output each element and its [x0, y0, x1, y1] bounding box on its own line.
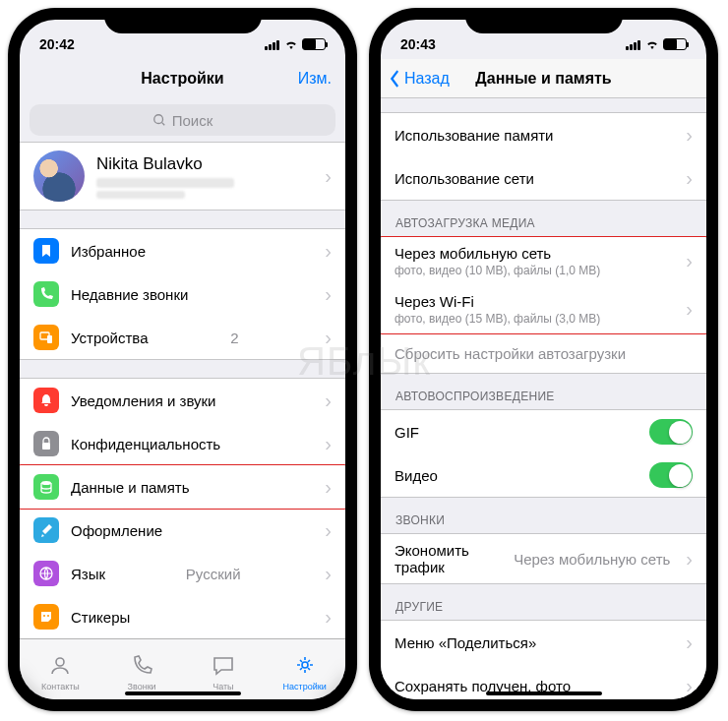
chevron-right-icon: ›	[686, 250, 693, 272]
nav-title: Настройки	[141, 70, 223, 88]
contacts-tab-icon	[48, 654, 72, 680]
tab-label: Настройки	[283, 682, 327, 691]
screen-left: 20:42 Настройки Изм. Поиск Nikita Bulavk…	[20, 20, 345, 699]
row-меню-поделиться-[interactable]: Меню «Поделиться»›	[381, 621, 706, 664]
chevron-right-icon: ›	[325, 476, 332, 499]
chevron-right-icon: ›	[325, 563, 332, 585]
chevron-right-icon: ›	[325, 240, 332, 263]
search-row: Поиск	[20, 98, 345, 142]
row-value: Через мобильную сеть	[514, 551, 670, 568]
nav-edit-button[interactable]: Изм.	[298, 70, 332, 88]
chevron-right-icon: ›	[325, 390, 332, 412]
wifi-icon	[284, 39, 298, 50]
row-sub: фото, видео (10 MB), файлы (1,0 MB)	[394, 264, 674, 277]
row-label: Избранное	[71, 243, 146, 260]
row-через-wi-fi[interactable]: Через Wi-Fiфото, видео (15 MB), файлы (3…	[381, 285, 706, 333]
row-label: Конфиденциальность	[71, 436, 220, 452]
chevron-right-icon: ›	[325, 433, 332, 455]
nav-back-label: Назад	[404, 70, 450, 88]
wifi-icon	[645, 39, 659, 50]
avatar	[33, 150, 85, 202]
data-content[interactable]: Использование памяти›Использование сети›…	[381, 98, 706, 699]
search-placeholder: Поиск	[172, 112, 213, 129]
devices-icon	[33, 325, 59, 350]
svg-point-7	[43, 615, 45, 617]
status-time: 20:43	[400, 36, 436, 52]
settings-row-brush[interactable]: Оформление›	[20, 509, 345, 552]
row-использование-сети[interactable]: Использование сети›	[381, 156, 706, 200]
phone-right: 20:43 Назад Данные и память Использовани…	[369, 8, 718, 711]
tab-settings[interactable]: Настройки	[264, 639, 345, 699]
settings-row-devices[interactable]: Устройства2›	[20, 316, 345, 359]
row-label: Уведомления и звуки	[71, 392, 215, 409]
row-label: Через мобильную сеть	[394, 245, 674, 262]
bell-icon	[33, 388, 59, 413]
svg-rect-3	[47, 335, 52, 343]
tab-bar: КонтактыЗвонкиЧатыНастройки	[20, 638, 345, 699]
bookmark-icon	[33, 238, 59, 264]
battery-icon	[302, 38, 326, 50]
home-indicator	[486, 691, 602, 695]
tab-calls[interactable]: Звонки	[101, 639, 183, 699]
settings-row-globe[interactable]: ЯзыкРусский›	[20, 552, 345, 595]
search-icon	[152, 113, 166, 127]
tab-contacts[interactable]: Контакты	[20, 639, 101, 699]
calls-tab-icon	[130, 654, 153, 680]
settings-row-bookmark[interactable]: Избранное›	[20, 229, 345, 272]
chevron-right-icon: ›	[686, 675, 693, 697]
profile-name: Nikita Bulavko	[96, 154, 313, 174]
settings-row-lock[interactable]: Конфиденциальность›	[20, 422, 345, 465]
notch	[465, 8, 623, 33]
settings-tab-icon	[293, 654, 317, 680]
profile-username-blurred	[96, 191, 185, 199]
nav-bar: Настройки Изм.	[20, 59, 345, 98]
row-gif[interactable]: GIF	[381, 410, 706, 453]
tab-label: Звонки	[128, 682, 156, 691]
svg-point-11	[56, 658, 64, 666]
row-экономить-трафик[interactable]: Экономить трафикЧерез мобильную сеть›	[381, 534, 706, 583]
nav-title: Данные и память	[475, 70, 611, 88]
svg-point-12	[302, 662, 308, 668]
brush-icon	[33, 517, 59, 543]
chevron-right-icon: ›	[325, 606, 332, 629]
reset-autoload-label: Сбросить настройки автозагрузки	[394, 345, 626, 362]
nav-back-button[interactable]: Назад	[389, 70, 450, 88]
settings-row-bell[interactable]: Уведомления и звуки›	[20, 379, 345, 422]
status-right	[626, 38, 687, 50]
row-label: Недавние звонки	[71, 286, 188, 303]
tab-chats[interactable]: Чаты	[183, 639, 265, 699]
chevron-right-icon: ›	[686, 631, 693, 654]
battery-icon	[663, 38, 687, 50]
svg-point-5	[41, 481, 51, 485]
row-label: Видео	[394, 467, 637, 484]
row-использование-памяти[interactable]: Использование памяти›	[381, 113, 706, 156]
svg-point-0	[153, 115, 162, 124]
chevron-right-icon: ›	[686, 124, 693, 147]
chevron-right-icon: ›	[325, 283, 332, 306]
settings-row-phone[interactable]: Недавние звонки›	[20, 272, 345, 316]
settings-content[interactable]: Nikita Bulavko › Избранное›Недавние звон…	[20, 142, 345, 638]
row-value: Русский	[186, 566, 241, 582]
lock-icon	[33, 431, 59, 456]
chats-tab-icon	[212, 654, 235, 680]
data-icon	[33, 474, 59, 500]
row-label: Стикеры	[71, 609, 130, 626]
reset-autoload-cell[interactable]: Сбросить настройки автозагрузки	[381, 334, 706, 374]
svg-rect-4	[42, 443, 50, 450]
phone-icon	[33, 281, 59, 307]
chevron-right-icon: ›	[686, 548, 693, 571]
toggle[interactable]	[649, 462, 693, 488]
row-через-мобильную-сеть[interactable]: Через мобильную сетьфото, видео (10 MB),…	[381, 237, 706, 285]
chevron-right-icon: ›	[686, 298, 693, 321]
search-input[interactable]: Поиск	[30, 104, 335, 136]
status-time: 20:42	[39, 36, 75, 52]
svg-line-1	[161, 123, 164, 126]
toggle[interactable]	[649, 419, 693, 445]
settings-row-data[interactable]: Данные и память›	[20, 465, 345, 509]
tab-label: Контакты	[41, 682, 80, 691]
row-видео[interactable]: Видео	[381, 453, 706, 497]
profile-cell[interactable]: Nikita Bulavko ›	[20, 142, 345, 210]
settings-row-sticker[interactable]: Стикеры›	[20, 595, 345, 638]
row-label: Устройства	[71, 330, 148, 346]
signal-icon	[626, 39, 641, 50]
